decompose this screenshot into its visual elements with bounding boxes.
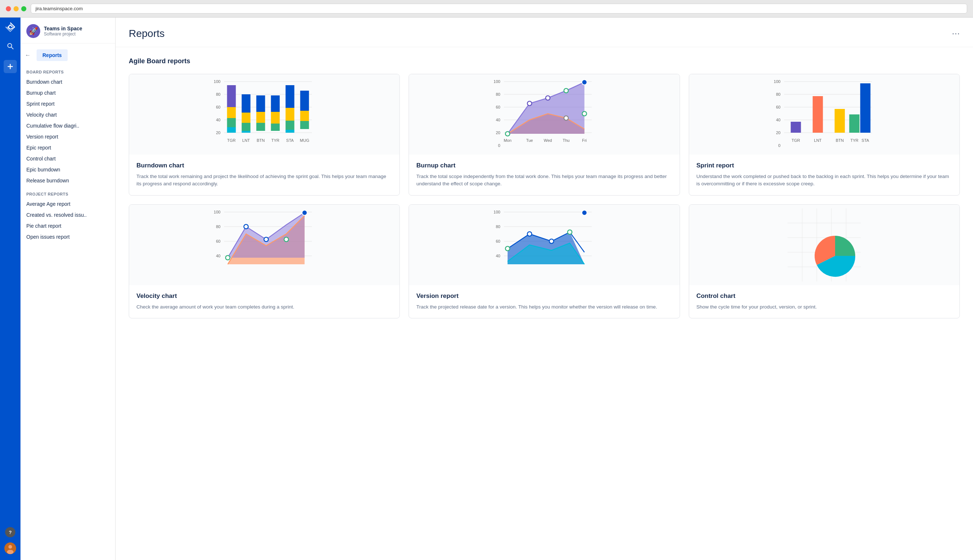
svg-text:40: 40 [776, 118, 780, 122]
svg-point-116 [527, 232, 532, 236]
svg-rect-24 [242, 131, 251, 133]
svg-text:Tue: Tue [527, 138, 533, 143]
svg-text:STA: STA [861, 138, 869, 143]
svg-text:100: 100 [214, 210, 220, 214]
more-options-button[interactable]: ⋯ [952, 29, 960, 38]
svg-point-100 [226, 255, 230, 260]
sidebar-item-control-chart[interactable]: Control chart [20, 153, 115, 164]
svg-point-60 [564, 116, 568, 120]
svg-text:100: 100 [494, 210, 500, 214]
sidebar-item-release-burndown[interactable]: Release burndown [20, 175, 115, 186]
sidebar-item-burndown-chart[interactable]: Burndown chart [20, 77, 115, 87]
project-info: Teams in Space Software project [44, 26, 82, 37]
sidebar-item-velocity-chart[interactable]: Velocity chart [20, 109, 115, 120]
svg-point-62 [582, 80, 587, 85]
sidebar-item-created-vs-resolved[interactable]: Created vs. resolved issu.. [20, 210, 115, 220]
project-avatar: 🚀 [26, 24, 40, 38]
svg-rect-34 [286, 130, 294, 133]
agile-board-section-title: Agile Board reports [129, 57, 960, 65]
svg-text:BTN: BTN [836, 138, 844, 143]
svg-marker-99 [228, 213, 305, 258]
burndown-card-body: Burndown chart Track the total work rema… [129, 155, 400, 195]
create-nav-icon[interactable] [4, 60, 17, 73]
sprint-card-desc: Understand the work completed or pushed … [697, 173, 952, 188]
app: ? 🚀 Teams in Space Software project ← Re… [0, 18, 973, 560]
sidebar: 🚀 Teams in Space Software project ← Repo… [20, 18, 115, 560]
svg-text:100: 100 [494, 79, 500, 84]
help-button[interactable]: ? [5, 527, 15, 537]
svg-text:80: 80 [496, 225, 500, 229]
sidebar-item-burnup-chart[interactable]: Burnup chart [20, 87, 115, 98]
svg-point-103 [284, 237, 289, 242]
dot-green[interactable] [21, 6, 26, 11]
svg-rect-22 [242, 113, 251, 123]
svg-rect-28 [271, 95, 280, 112]
velocity-card[interactable]: 100 80 60 40 [129, 204, 400, 318]
svg-text:80: 80 [776, 92, 780, 97]
svg-text:60: 60 [776, 105, 780, 109]
control-card[interactable]: Control chart Show the cycle time for yo… [689, 204, 960, 318]
velocity-chart-preview: 100 80 60 40 [129, 205, 400, 285]
svg-text:Mon: Mon [504, 138, 512, 143]
svg-text:40: 40 [496, 254, 500, 258]
velocity-card-title: Velocity chart [136, 292, 392, 300]
main-header: Reports ⋯ [115, 18, 973, 47]
sidebar-item-sprint-report[interactable]: Sprint report [20, 98, 115, 109]
sidebar-item-open-issues[interactable]: Open issues report [20, 232, 115, 242]
control-chart-preview [689, 205, 960, 285]
version-card[interactable]: 100 80 60 40 [409, 204, 680, 318]
svg-text:TYR: TYR [271, 138, 279, 143]
svg-rect-17 [227, 85, 236, 107]
search-nav-icon[interactable] [4, 40, 17, 53]
project-reports-label: PROJECT REPORTS [20, 186, 115, 198]
velocity-card-body: Velocity chart Check the average amount … [129, 285, 400, 318]
version-chart-preview: 100 80 60 40 [409, 205, 679, 285]
board-reports-label: BOARD REPORTS [20, 64, 115, 77]
version-card-title: Version report [416, 292, 672, 300]
sidebar-item-epic-report[interactable]: Epic report [20, 142, 115, 153]
main-content: Reports ⋯ Agile Board reports [115, 18, 973, 560]
svg-text:100: 100 [214, 79, 220, 84]
address-bar[interactable]: jira.teamsinspace.com [31, 4, 967, 13]
back-arrow-icon: ← [25, 52, 31, 58]
svg-point-5 [8, 545, 12, 549]
svg-rect-19 [227, 118, 236, 127]
user-avatar[interactable] [4, 542, 16, 554]
svg-text:LNT: LNT [814, 138, 822, 143]
svg-rect-80 [791, 122, 801, 133]
sprint-card[interactable]: 100 80 60 40 20 0 [689, 74, 960, 195]
svg-point-118 [568, 230, 572, 234]
jira-logo[interactable] [5, 22, 15, 32]
svg-text:60: 60 [216, 239, 220, 243]
sidebar-item-version-report[interactable]: Version report [20, 131, 115, 142]
svg-text:TGR: TGR [227, 138, 236, 143]
svg-rect-27 [256, 123, 265, 131]
svg-point-101 [244, 225, 248, 229]
svg-rect-37 [300, 121, 309, 129]
svg-text:80: 80 [216, 225, 220, 229]
control-card-desc: Show the cycle time for your product, ve… [697, 303, 952, 311]
sidebar-item-average-age[interactable]: Average Age report [20, 198, 115, 210]
svg-text:0: 0 [778, 143, 780, 148]
svg-text:80: 80 [496, 92, 500, 97]
svg-text:Fri: Fri [582, 138, 587, 143]
sidebar-item-pie-chart[interactable]: Pie chart report [20, 220, 115, 232]
svg-text:20: 20 [776, 130, 780, 135]
burnup-card[interactable]: 100 80 60 40 20 0 [409, 74, 680, 195]
sidebar-item-cumulative-flow[interactable]: Cumulative flow diagri.. [20, 120, 115, 131]
sidebar-item-epic-burndown[interactable]: Epic burndown [20, 164, 115, 175]
current-section-label[interactable]: Reports [37, 49, 68, 61]
svg-text:LNT: LNT [242, 138, 250, 143]
dot-red[interactable] [6, 6, 11, 11]
burndown-card[interactable]: 100 80 60 40 20 [129, 74, 400, 195]
svg-text:20: 20 [216, 130, 220, 135]
dot-yellow[interactable] [13, 6, 18, 11]
svg-text:60: 60 [496, 105, 500, 109]
velocity-card-desc: Check the average amount of work your te… [136, 303, 392, 311]
svg-rect-30 [271, 123, 280, 131]
svg-point-58 [527, 101, 532, 106]
burndown-card-title: Burndown chart [136, 162, 392, 169]
back-button[interactable]: ← Reports [20, 47, 115, 64]
page-title: Reports [129, 28, 165, 40]
svg-text:40: 40 [496, 118, 500, 122]
